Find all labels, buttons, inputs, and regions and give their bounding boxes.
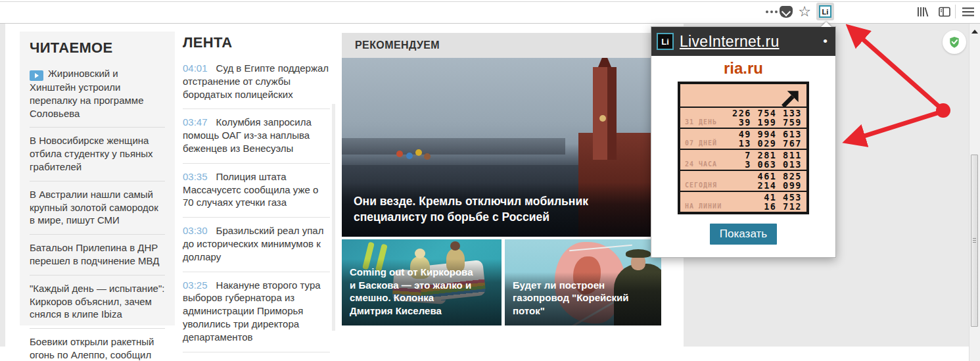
counter-row-label: 31 ДЕНЬ	[685, 118, 717, 126]
feed-item[interactable]: 03:25Накануне второго тура выборов губер…	[183, 272, 330, 352]
story-caption-text: Будет ли построен газопровод "Корейский …	[513, 279, 639, 318]
feed-item-time: 03:35	[183, 171, 208, 182]
page-actions-icon[interactable]	[760, 0, 774, 23]
browser-toolbar: ☆ Li	[0, 0, 980, 24]
popup-menu-dot[interactable]: •	[823, 34, 828, 49]
counter-views: 461 825	[685, 172, 802, 181]
scrollbar-grip-icon	[973, 238, 976, 243]
recommended-section: РЕКОМЕНДУЕМ Они везде. Кремль отключил м…	[342, 33, 661, 325]
pocket-icon[interactable]	[778, 0, 794, 23]
readable-item-text: "Каждый день — испытание": Киркоров объя…	[30, 283, 164, 320]
kremlin-photo-tower	[593, 67, 617, 160]
adguard-shield-badge[interactable]	[943, 30, 966, 54]
bookmark-star-icon[interactable]: ☆	[796, 0, 813, 23]
readable-item[interactable]: Батальон Прилепина в ДНР перешел в подчи…	[30, 235, 165, 276]
story-caption: Будет ли построен газопровод "Корейский …	[505, 272, 661, 325]
readable-item-text: В Новосибирске женщина отбила студентку …	[30, 135, 153, 172]
feed-title: ЛЕНТА	[183, 34, 330, 51]
liveinternet-icon: Li	[819, 5, 831, 18]
shield-check-icon	[946, 34, 962, 50]
counter-row: 07 ДНЕЙ 49 994 613 13 029 767	[680, 128, 806, 149]
feed-item-time: 03:47	[183, 116, 208, 128]
counter-row: 31 ДЕНЬ 226 754 133 39 199 759	[680, 107, 806, 128]
feed-item[interactable]: 03:30Бразильский реал упал до историческ…	[183, 218, 330, 272]
counter-views: 7 281 811	[685, 151, 802, 160]
story-caption-text: Coming out от Киркорова и Баскова — это …	[350, 266, 478, 318]
readable-item[interactable]: Жириновский и Хинштейн устроили перепалк…	[30, 60, 165, 128]
main-story-caption: Они везде. Кремль отключил мобильник спе…	[342, 183, 661, 237]
counter-arrow-row	[680, 84, 806, 107]
tracked-site-name: ria.ru	[651, 59, 835, 78]
counter-views: 41 453	[685, 193, 802, 202]
feed-item[interactable]: 03:47Колумбия запросила помощь ОАГ из-за…	[183, 109, 330, 163]
main-story[interactable]: Они везде. Кремль отключил мобильник спе…	[342, 58, 661, 237]
counter-row-label: НА ЛИНИИ	[685, 203, 722, 210]
liveinternet-logo-icon: Li	[657, 33, 674, 50]
readable-column: ЧИТАЕМОЕ Жириновский и Хинштейн устроили…	[20, 32, 175, 325]
library-glyph	[916, 5, 929, 18]
feed-scrollbar[interactable]	[332, 104, 335, 331]
recommended-thumbnails: Coming out от Киркорова и Баскова — это …	[342, 239, 661, 325]
readable-item-text: Батальон Прилепина в ДНР перешел в подчи…	[30, 242, 159, 266]
map-photo-officer-cap	[626, 249, 651, 258]
readable-item[interactable]: В Австралии нашли самый крупный золотой …	[30, 181, 165, 235]
feed-column: ЛЕНТА 04:01Суд в Египте поддержал отстра…	[183, 32, 330, 352]
counter-views: 49 994 613	[685, 130, 802, 139]
show-button[interactable]: Показать	[710, 224, 777, 245]
liveinternet-extension-button[interactable]: Li	[816, 3, 834, 20]
readable-item[interactable]: Боевики открыли ракетный огонь по Алеппо…	[30, 329, 165, 361]
counter-row: 24 ЧАСА 7 281 811 3 063 013	[680, 149, 806, 170]
sidebar-toggle-icon[interactable]	[936, 0, 953, 23]
popup-header: Li LiveInternet.ru •	[651, 27, 835, 56]
ellipsis-icon	[766, 11, 768, 13]
liveinternet-brand-link[interactable]: LiveInternet.ru	[680, 33, 780, 51]
readable-item-text: Жириновский и Хинштейн устроили перепалк…	[30, 68, 144, 119]
feed-item[interactable]: 03:35Полиция штата Массачусетс сообщила …	[183, 164, 330, 218]
readable-item[interactable]: "Каждый день — испытание": Киркоров объя…	[30, 276, 165, 329]
kremlin-photo-skyline	[342, 138, 565, 154]
story-caption: Coming out от Киркорова и Баскова — это …	[342, 259, 502, 325]
hamburger-glyph	[962, 7, 974, 16]
counter-row-label: 07 ДНЕЙ	[685, 139, 717, 147]
toolbar-separator	[955, 5, 956, 18]
feed-item-time: 03:30	[183, 225, 208, 236]
star-glyph: ☆	[798, 0, 811, 23]
browser-scrollbar-track[interactable]	[969, 23, 980, 361]
feed-item-time: 03:25	[183, 279, 208, 291]
counter-row: НА ЛИНИИ 41 453 16 712	[680, 191, 806, 212]
counter-row: СЕГОДНЯ 461 825 214 099	[680, 170, 806, 191]
kremlin-photo-clock	[599, 115, 606, 122]
video-play-icon	[30, 70, 43, 81]
story-thumbnail[interactable]: Будет ли построен газопровод "Корейский …	[505, 239, 661, 325]
feed-item[interactable]: 04:01Суд в Египте поддержал отстранение …	[183, 55, 330, 109]
readable-item-text: Боевики открыли ракетный огонь по Алеппо…	[30, 336, 154, 361]
popup-anchor-notch	[821, 22, 831, 27]
sidebar-glyph	[938, 5, 951, 18]
pocket-glyph	[780, 6, 793, 18]
scrollbar-up-arrow-icon[interactable]	[971, 30, 978, 34]
counter-row-label: 24 ЧАСА	[685, 160, 717, 168]
scrollbar-thumb[interactable]	[971, 155, 978, 327]
recommended-title: РЕКОМЕНДУЕМ	[342, 33, 661, 58]
liveinternet-popup: Li LiveInternet.ru • ria.ru 31 ДЕНЬ 226 …	[651, 26, 836, 258]
visitor-counter-widget[interactable]: 31 ДЕНЬ 226 754 133 39 199 759 07 ДНЕЙ 4…	[678, 82, 809, 214]
menu-hamburger-icon[interactable]	[960, 0, 977, 23]
story-thumbnail[interactable]: Coming out от Киркорова и Баскова — это …	[342, 239, 502, 325]
library-icon[interactable]	[914, 0, 931, 23]
content-card: ЧИТАЕМОЕ Жириновский и Хинштейн устроили…	[5, 23, 684, 347]
counter-views: 226 754 133	[685, 108, 802, 118]
readable-item[interactable]: В Новосибирске женщина отбила студентку …	[30, 128, 165, 181]
readable-title: ЧИТАЕМОЕ	[30, 39, 165, 57]
counter-row-label: СЕГОДНЯ	[685, 181, 717, 189]
readable-item-text: В Австралии нашли самый крупный золотой …	[30, 189, 158, 226]
feed-item-time: 04:01	[183, 62, 208, 74]
